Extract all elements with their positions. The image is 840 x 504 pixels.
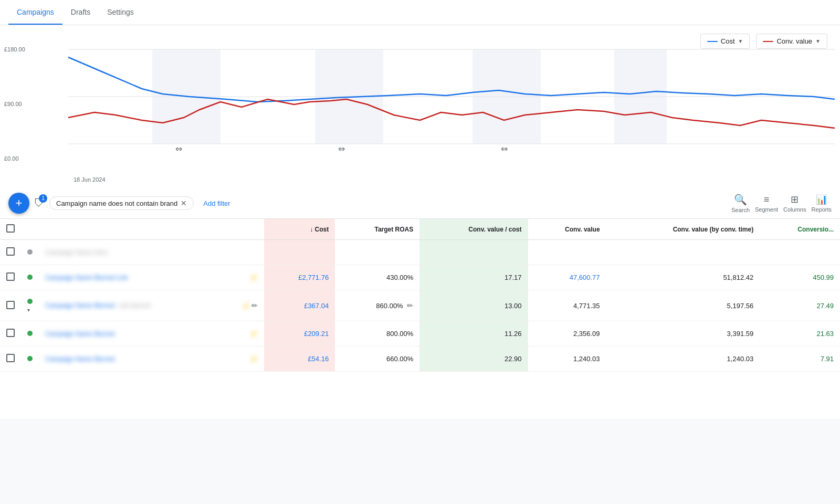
reports-label: Reports <box>811 206 832 213</box>
campaigns-table-container: ↓ Cost Target ROAS Conv. value / cost Co… <box>0 219 840 418</box>
row3-checkbox[interactable] <box>6 301 15 309</box>
toolbar-row: + ⛉ 1 Campaign name does not contain bra… <box>0 188 840 219</box>
segment-action[interactable]: ≡ Segment <box>755 194 778 213</box>
row3-expand-icon[interactable]: ▾ <box>27 307 30 313</box>
header-target-roas[interactable]: Target ROAS <box>335 219 419 240</box>
row3-conv-value-cell: 4,771.35 <box>528 290 606 321</box>
row4-target-roas-cell: 800.00% <box>335 321 419 346</box>
row2-conv-value-link[interactable]: 47,600.77 <box>570 274 600 281</box>
row3-campaign-cell: Campaign Name Blurred sub blurred <box>39 290 233 321</box>
y-label-mid: £90.00 <box>4 101 25 107</box>
table-row: Campaign Name Blurred Link ⚡ £2,771.76 4… <box>0 265 840 290</box>
table-row: Campaign Name Here <box>0 240 840 265</box>
row3-conversions-cell: 27.49 <box>760 290 840 321</box>
chart-area: £180.00 £90.00 £0.00 Cost ▼ Conv. value … <box>0 25 840 188</box>
header-conv-value-label: Conv. value <box>565 226 600 233</box>
svg-text:⇔: ⇔ <box>501 144 508 153</box>
header-conversions-label: Conversio... <box>797 226 834 233</box>
row3-status-dot <box>27 299 33 304</box>
segment-label: Segment <box>755 206 778 213</box>
legend-cost-button[interactable]: Cost ▼ <box>700 34 750 49</box>
y-label-top: £180.00 <box>4 46 25 52</box>
row4-type: ⚡ <box>250 330 258 338</box>
header-checkbox-input[interactable] <box>6 224 15 233</box>
filter-chip-close-icon[interactable]: ✕ <box>181 199 187 207</box>
row2-cost-link[interactable]: £2,771.76 <box>298 274 329 281</box>
row2-campaign-name[interactable]: Campaign Name Blurred Link <box>45 274 128 281</box>
cost-legend-line <box>707 41 718 42</box>
table-row: Campaign Name Blurred ⚡ £209.21 800.00% … <box>0 321 840 346</box>
header-cost[interactable]: ↓ Cost <box>264 219 335 240</box>
row5-conversions-cell: 7.91 <box>760 346 840 372</box>
header-conv-value[interactable]: Conv. value <box>528 219 606 240</box>
header-conv-value-time[interactable]: Conv. value (by conv. time) <box>606 219 760 240</box>
row3-conv-value-time-cell: 5,197.56 <box>606 290 760 321</box>
row1-status-cell <box>21 240 39 265</box>
row3-type-cell: ⚡ ✏ <box>233 290 264 321</box>
header-cost-label: ↓ Cost <box>310 226 329 233</box>
search-icon: 🔍 <box>734 193 747 206</box>
row3-cost-cell: £367.04 <box>264 290 335 321</box>
row3-sub-text: sub blurred <box>119 302 150 309</box>
row4-campaign-name[interactable]: Campaign Name Blurred <box>45 330 114 338</box>
row4-checkbox-cell <box>0 321 21 346</box>
filter-badge: 1 <box>39 194 47 203</box>
row5-status-cell <box>21 346 39 372</box>
row4-conv-value-cost-cell: 11.26 <box>419 321 528 346</box>
header-status <box>21 219 39 240</box>
header-conv-value-cost[interactable]: Conv. value / cost <box>419 219 528 240</box>
header-conv-value-time-label: Conv. value (by conv. time) <box>673 226 754 233</box>
reports-action[interactable]: 📊 Reports <box>811 194 832 213</box>
row5-campaign-cell: Campaign Name Blurred <box>39 346 233 372</box>
row1-target-roas-cell <box>335 240 419 265</box>
svg-text:⇔: ⇔ <box>175 144 182 153</box>
reports-icon: 📊 <box>816 194 827 205</box>
row2-checkbox[interactable] <box>6 272 15 281</box>
campaigns-table: ↓ Cost Target ROAS Conv. value / cost Co… <box>0 219 840 372</box>
conv-value-chevron-icon: ▼ <box>815 38 821 44</box>
conv-value-legend-line <box>763 41 773 42</box>
top-nav: Campaigns Drafts Settings <box>0 0 840 25</box>
row4-checkbox[interactable] <box>6 329 15 337</box>
svg-rect-6 <box>614 49 667 144</box>
row3-target-roas-edit-icon[interactable]: ✏ <box>407 301 413 310</box>
tab-settings[interactable]: Settings <box>99 1 142 25</box>
row2-conv-value-cost-cell: 17.17 <box>419 265 528 290</box>
row5-cost-link[interactable]: £54.16 <box>308 355 329 363</box>
row3-edit-icon[interactable]: ✏ <box>251 301 258 310</box>
row5-checkbox-cell <box>0 346 21 372</box>
row5-conv-value-time-cell: 1,240.03 <box>606 346 760 372</box>
tab-drafts[interactable]: Drafts <box>62 1 99 25</box>
header-campaign[interactable] <box>39 219 233 240</box>
row4-conversions-cell: 21.63 <box>760 321 840 346</box>
add-filter-button[interactable]: Add filter <box>199 197 234 209</box>
header-conversions[interactable]: Conversio... <box>760 219 840 240</box>
row1-checkbox[interactable] <box>6 247 15 256</box>
row4-campaign-cell: Campaign Name Blurred <box>39 321 233 346</box>
conv-value-legend-label: Conv. value <box>776 37 812 45</box>
row4-cost-val: £209.21 <box>304 330 329 338</box>
search-action[interactable]: 🔍 Search <box>731 193 750 213</box>
row4-conv-value-time-cell: 3,391.59 <box>606 321 760 346</box>
row3-campaign-name[interactable]: Campaign Name Blurred <box>45 302 114 309</box>
row2-conversions-cell: 450.99 <box>760 265 840 290</box>
tab-campaigns[interactable]: Campaigns <box>8 1 62 25</box>
performance-chart: ⇔ ⇔ ⇔ <box>0 34 840 175</box>
columns-action[interactable]: ⊞ Columns <box>783 194 806 213</box>
row3-target-roas-cell: 860.00% ✏ <box>335 290 419 321</box>
filter-chip[interactable]: Campaign name does not contain brand ✕ <box>49 196 194 210</box>
row5-type: ⚡ <box>250 355 258 363</box>
row5-conv-value-cell: 1,240.03 <box>528 346 606 372</box>
row3-cost-link[interactable]: £367.04 <box>304 302 329 310</box>
add-campaign-button[interactable]: + <box>8 193 29 214</box>
row3-status-cell: ▾ <box>21 290 39 321</box>
row5-checkbox[interactable] <box>6 354 15 362</box>
row4-status-cell <box>21 321 39 346</box>
filter-icon-container[interactable]: ⛉ 1 <box>34 197 44 209</box>
row5-campaign-name[interactable]: Campaign Name Blurred <box>45 355 114 363</box>
row5-conv-value-cost-cell: 22.90 <box>419 346 528 372</box>
table-row: ▾ Campaign Name Blurred sub blurred ⚡ ✏ … <box>0 290 840 321</box>
legend-conv-value-button[interactable]: Conv. value ▼ <box>756 34 827 49</box>
y-axis-labels: £180.00 £90.00 £0.00 <box>0 46 29 162</box>
columns-label: Columns <box>783 206 806 213</box>
